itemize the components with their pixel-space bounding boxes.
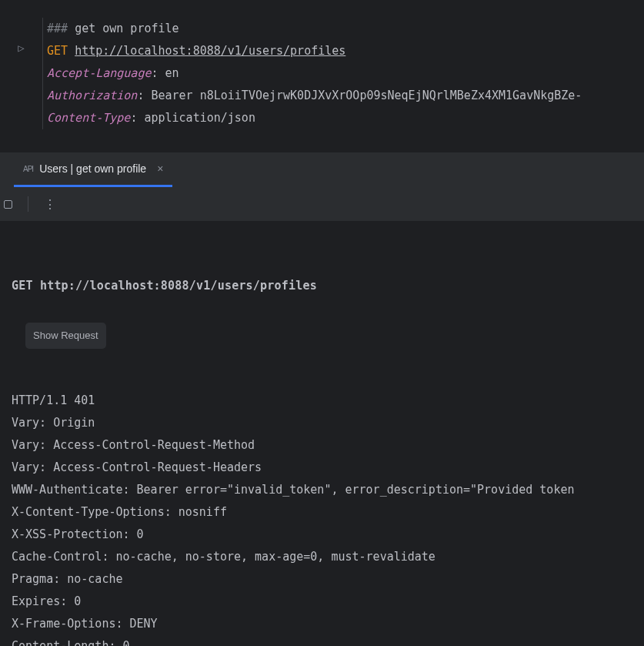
close-icon[interactable]: × — [157, 162, 163, 175]
response-request-line: GET http://localhost:8088/v1/users/profi… — [12, 275, 632, 297]
request-url[interactable]: http://localhost:8088/v1/users/profiles — [75, 44, 345, 58]
response-header-line: Vary: Access-Control-Request-Method — [12, 438, 255, 452]
header-name-accept-language: Accept-Language — [47, 66, 151, 80]
tab-label: Users | get own profile — [39, 162, 146, 175]
more-actions-icon[interactable]: ⋮ — [44, 197, 56, 212]
header-name-authorization: Authorization — [47, 89, 137, 102]
response-header-line: Vary: Access-Control-Request-Headers — [12, 460, 262, 474]
header-name-content-type: Content-Type — [47, 111, 130, 125]
show-request-button[interactable]: Show Request — [25, 323, 106, 349]
comment-marker: ### — [47, 22, 68, 35]
run-icon[interactable]: ▷ — [18, 42, 24, 54]
code-area[interactable]: ### get own profile GET http://localhost… — [43, 18, 582, 129]
tab-users-get-own-profile[interactable]: API Users | get own profile × — [14, 152, 172, 187]
http-method: GET — [47, 44, 68, 58]
api-icon: API — [23, 165, 33, 173]
header-value-authorization: Bearer n8LoiiTVOejrwK0DJXvXrOOp09sNeqEjN… — [151, 89, 582, 102]
response-header-line: Pragma: no-cache — [12, 572, 123, 586]
header-value-content-type: application/json — [144, 111, 255, 125]
header-value-accept-language: en — [165, 66, 179, 80]
response-pane: GET http://localhost:8088/v1/users/profi… — [0, 221, 644, 646]
run-tool-window-tabs: API Users | get own profile × — [0, 152, 644, 187]
response-header-line: X-Content-Type-Options: nosniff — [12, 505, 227, 519]
response-header-line: X-Frame-Options: DENY — [12, 617, 158, 631]
toolbar-separator — [28, 196, 28, 212]
response-status-line: HTTP/1.1 401 — [12, 393, 95, 407]
response-header-line: Cache-Control: no-cache, no-store, max-a… — [12, 550, 435, 564]
response-header-line: Vary: Origin — [12, 416, 95, 430]
stop-icon[interactable] — [4, 200, 12, 209]
response-header-line: Expires: 0 — [12, 594, 81, 608]
response-header-line: Content-Length: 0 — [12, 639, 130, 646]
response-header-line: WWW-Authenticate: Bearer error="invalid_… — [12, 483, 575, 497]
comment-text: get own profile — [75, 22, 179, 35]
response-body[interactable]: HTTP/1.1 401 Vary: Origin Vary: Access-C… — [12, 390, 632, 646]
run-toolbar: ⋮ — [0, 187, 644, 221]
http-request-editor: ▷ ### get own profile GET http://localho… — [0, 0, 644, 152]
response-header-line: X-XSS-Protection: 0 — [12, 527, 144, 541]
editor-gutter: ▷ — [0, 18, 42, 129]
